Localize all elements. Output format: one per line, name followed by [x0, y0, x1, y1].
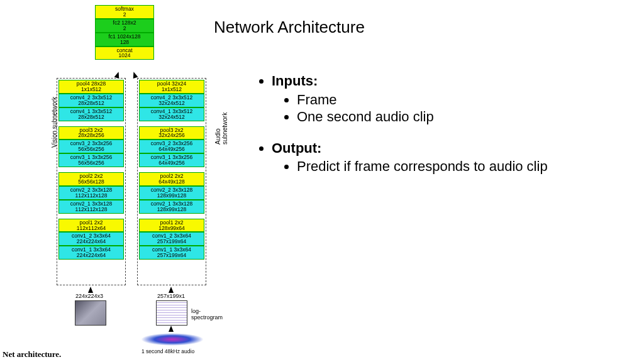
layer-block: fc1 1024x128 128	[95, 33, 154, 47]
layer-block: conv4_2 3x3x512 32x24x512	[139, 94, 204, 107]
vision-input-dim: 224x224x3	[75, 293, 103, 299]
layer-block: fc2 128x2 2	[95, 19, 154, 33]
layer-group: pool4 32x24 1x1x512conv4_2 3x3x512 32x24…	[139, 80, 204, 121]
layer-block: pool2 2x2 64x49x128	[139, 172, 204, 186]
layer-block: conv4_1 3x3x512 32x24x512	[139, 107, 204, 121]
layer-block: conv3_2 3x3x256 64x49x256	[139, 140, 204, 153]
arrow-icon	[88, 287, 93, 293]
layer-group: pool3 2x2 28x28x256conv3_2 3x3x256 56x56…	[58, 126, 124, 168]
audio-label: Audio subnetwork	[214, 112, 228, 145]
page-title: Network Architecture	[214, 18, 365, 37]
layer-block: pool3 2x2 32x24x256	[139, 126, 204, 140]
audio-input-dim: 257x199x1	[157, 293, 185, 299]
layer-block: concat 1024	[95, 47, 154, 60]
layer-group: pool2 2x2 56x56x128conv2_2 3x3x128 112x1…	[58, 172, 124, 214]
layer-block: conv3_1 3x3x256 56x56x256	[58, 153, 124, 167]
layer-block: conv2_2 3x3x128 112x112x128	[58, 186, 124, 200]
layer-group: pool1 2x2 128x99x64conv1_2 3x3x64 257x19…	[139, 219, 204, 260]
arrow-icon	[169, 326, 174, 332]
spectrogram-label: log-spectrogram	[191, 308, 225, 321]
layer-block: conv1_1 3x3x64 257x199x64	[139, 246, 204, 260]
layer-block: conv2_1 3x3x128 128x99x128	[139, 200, 204, 214]
frame-thumbnail	[75, 300, 106, 326]
output-item: Predict if frame corresponds to audio cl…	[297, 158, 548, 175]
input-item: One second audio clip	[297, 108, 548, 126]
layer-group: pool4 28x28 1x1x512conv4_2 3x3x512 28x28…	[58, 80, 124, 121]
spectrogram-thumbnail	[156, 300, 187, 326]
layer-block: conv2_2 3x3x128 128x99x128	[139, 186, 204, 200]
arrow-icon	[169, 287, 174, 293]
inputs-heading: Inputs:	[272, 72, 548, 90]
input-item: Frame	[297, 91, 548, 109]
layer-block: conv4_1 3x3x512 28x28x512	[58, 107, 124, 121]
layer-block: pool3 2x2 28x28x256	[58, 126, 124, 140]
top-stack: softmax 2fc2 128x2 2fc1 1024x128 128conc…	[95, 5, 154, 60]
waveform-label: 1 second 48kHz audio	[142, 348, 194, 354]
layer-block: pool1 2x2 112x112x64	[58, 219, 124, 233]
architecture-diagram: softmax 2fc2 128x2 2fc1 1024x128 128conc…	[18, 0, 225, 362]
layer-block: softmax 2	[95, 5, 154, 19]
layer-group: pool3 2x2 32x24x256conv3_2 3x3x256 64x49…	[139, 126, 204, 168]
layer-block: conv2_1 3x3x128 112x112x128	[58, 200, 124, 214]
layer-block: pool2 2x2 56x56x128	[58, 172, 124, 186]
layer-block: conv3_1 3x3x256 64x49x256	[139, 153, 204, 167]
audio-subnetwork: pool4 32x24 1x1x512conv4_2 3x3x512 32x24…	[137, 78, 206, 285]
waveform-graphic	[141, 333, 204, 346]
vision-label: Vision subnetwork	[51, 97, 58, 148]
layer-block: conv4_2 3x3x512 28x28x512	[58, 94, 124, 107]
layer-group: pool1 2x2 112x112x64conv1_2 3x3x64 224x2…	[58, 219, 124, 260]
layer-block: conv1_2 3x3x64 257x199x64	[139, 232, 204, 246]
layer-block: pool1 2x2 128x99x64	[139, 219, 204, 233]
layer-block: pool4 28x28 1x1x512	[58, 80, 124, 94]
bullet-list: Inputs: Frame One second audio clip Outp…	[258, 72, 548, 175]
layer-block: conv1_1 3x3x64 224x224x64	[58, 246, 124, 260]
output-heading: Output:	[272, 140, 548, 157]
layer-block: conv1_2 3x3x64 224x224x64	[58, 232, 124, 246]
figure-caption: Net architecture.	[3, 349, 61, 359]
layer-block: conv3_2 3x3x256 56x56x256	[58, 140, 124, 153]
layer-block: pool4 32x24 1x1x512	[139, 80, 204, 94]
layer-group: pool2 2x2 64x49x128conv2_2 3x3x128 128x9…	[139, 172, 204, 214]
vision-subnetwork: pool4 28x28 1x1x512conv4_2 3x3x512 28x28…	[57, 78, 126, 285]
